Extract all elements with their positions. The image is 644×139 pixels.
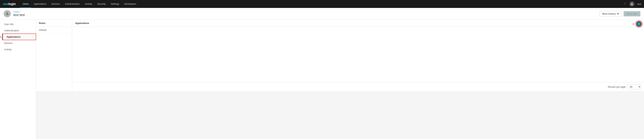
applications-panel-title: Applications xyxy=(75,22,89,24)
nav-item-authentication[interactable]: Authentication xyxy=(62,0,82,8)
svg-point-0 xyxy=(631,3,632,4)
left-sidebar: User Info Authentication 1. Applications… xyxy=(0,20,36,139)
nav-item-settings[interactable]: Settings xyxy=(108,0,122,8)
user-avatar-large xyxy=(4,10,11,17)
nav-item-devices[interactable]: Devices xyxy=(49,0,62,8)
page-header-left: Users / test test xyxy=(4,10,25,17)
applications-panel-header: Applications xyxy=(72,20,644,27)
nav-right: ♡ test xyxy=(624,1,641,6)
roles-panel-header: Roles xyxy=(36,20,72,27)
add-button-container: 2. + xyxy=(633,21,642,27)
sidebar-item-activity[interactable]: Activity xyxy=(0,46,36,53)
logo-one: one xyxy=(3,2,8,6)
breadcrumb: Users / test test xyxy=(13,11,25,17)
nav-item-developers[interactable]: Developers xyxy=(122,0,139,8)
sidebar-applications-wrapper: 1. Applications xyxy=(0,34,36,40)
page-title: test test xyxy=(13,13,25,17)
applications-panel: Applications 2. + Results per page 10 20… xyxy=(72,20,644,92)
results-per-page-label: Results per page xyxy=(608,86,626,88)
main-layout: User Info Authentication 1. Applications… xyxy=(0,20,644,139)
sidebar-item-authentication[interactable]: Authentication xyxy=(0,27,36,34)
nav-item-users[interactable]: Users xyxy=(20,0,31,8)
page-header: Users / test test More Actions ▼ Save Us… xyxy=(0,8,644,20)
nav-username: test xyxy=(637,3,641,5)
role-item-default[interactable]: Default xyxy=(36,27,72,33)
results-row: Results per page 10 20 50 100 xyxy=(72,82,644,92)
avatar[interactable] xyxy=(630,1,634,6)
add-application-button[interactable]: + xyxy=(636,21,642,27)
nav-item-security[interactable]: Security xyxy=(95,0,108,8)
more-actions-button[interactable]: More Actions ▼ xyxy=(600,11,622,16)
sidebar-item-applications[interactable]: Applications xyxy=(2,34,36,40)
nav-item-applications[interactable]: Applications xyxy=(31,0,49,8)
roles-panel: Roles Default xyxy=(36,20,72,92)
chevron-down-icon: ▼ xyxy=(617,12,619,15)
results-per-page-select[interactable]: 10 20 50 100 xyxy=(628,84,641,89)
breadcrumb-users-link[interactable]: Users / xyxy=(13,11,25,13)
content-area: Roles Default Applications 2. + Results … xyxy=(36,20,644,139)
logo-login: login xyxy=(8,2,16,6)
annotation-2: 2. xyxy=(633,23,634,25)
panels-container: Roles Default Applications 2. + Results … xyxy=(36,20,644,92)
nav-item-activity[interactable]: Activity xyxy=(82,0,95,8)
save-user-button[interactable]: Save User xyxy=(624,11,640,16)
top-navigation: onelogin Users Applications Devices Auth… xyxy=(0,0,644,8)
nav-items: Users Applications Devices Authenticatio… xyxy=(20,0,624,8)
annotation-1: 1. xyxy=(0,35,2,38)
onelogin-logo[interactable]: onelogin xyxy=(3,2,16,6)
notification-bell-icon[interactable]: ♡ xyxy=(624,2,626,6)
sidebar-item-devices[interactable]: Devices xyxy=(0,40,36,46)
page-header-right: More Actions ▼ Save User xyxy=(600,11,640,16)
sidebar-item-user-info[interactable]: User Info xyxy=(0,21,36,27)
